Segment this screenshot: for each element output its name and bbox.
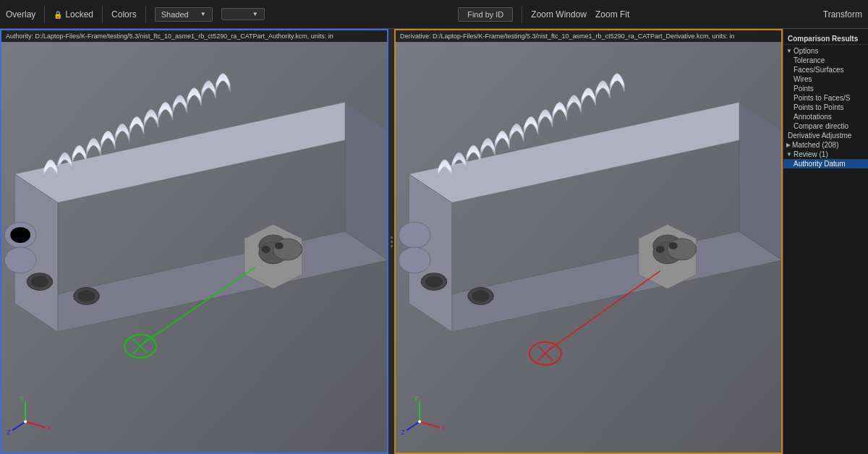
svg-point-43: [669, 242, 678, 249]
lock-icon: [54, 9, 62, 20]
svg-point-14: [275, 242, 284, 249]
tree-label-5: Points to Faces/S: [793, 94, 850, 102]
right-model-svg: X Y Z: [396, 30, 781, 453]
svg-point-44: [399, 222, 430, 248]
secondary-dropdown[interactable]: ▼: [221, 8, 265, 20]
sidebar-tree-item-6[interactable]: Points to Points: [783, 103, 868, 112]
svg-point-42: [656, 246, 665, 253]
sidebar-tree-item-1[interactable]: Tolerance: [783, 56, 868, 65]
divider-dot-1: [391, 236, 393, 239]
colors-button[interactable]: Colors: [111, 9, 137, 20]
svg-text:X: X: [441, 424, 446, 432]
svg-point-17: [4, 247, 36, 273]
divider-1: [44, 6, 45, 23]
sidebar-tree-item-12[interactable]: Authority Datum: [783, 159, 868, 168]
svg-point-41: [668, 239, 697, 260]
tree-label-12: Authority Datum: [793, 160, 846, 168]
find-by-id-button[interactable]: Find by ID: [458, 7, 513, 22]
overlay-button[interactable]: Overlay: [6, 9, 35, 20]
shaded-label: Shaded: [161, 10, 189, 19]
svg-text:X: X: [47, 424, 51, 432]
sidebar-tree-item-5[interactable]: Points to Faces/S: [783, 93, 868, 103]
tree-label-6: Points to Points: [793, 103, 843, 111]
sidebar-tree-item-10[interactable]: ▶Matched (208): [783, 140, 868, 150]
svg-point-35: [425, 276, 443, 288]
right-sidebar: Comparison Results ▼OptionsToleranceFace…: [783, 29, 868, 454]
svg-text:Y: Y: [414, 394, 418, 401]
tree-label-11: Review (1): [793, 150, 828, 158]
tree-arrow-10: ▶: [786, 142, 791, 148]
sidebar-tree-item-8[interactable]: Compare directio: [783, 121, 868, 131]
sidebar-tree-item-4[interactable]: Points: [783, 84, 868, 93]
secondary-dropdown-arrow: ▼: [252, 11, 258, 17]
sidebar-title: Comparison Results: [783, 32, 868, 45]
divider-3: [145, 6, 146, 23]
svg-point-13: [262, 246, 271, 253]
svg-point-37: [472, 291, 490, 302]
tree-label-7: Annotations: [793, 113, 832, 121]
tree-label-8: Compare directio: [793, 122, 848, 130]
tree-label-4: Points: [793, 85, 814, 93]
locked-label: Locked: [65, 9, 93, 20]
sidebar-tree: ▼OptionsToleranceFaces/SurfacesWiresPoin…: [783, 46, 868, 168]
svg-text:Z: Z: [7, 429, 11, 436]
left-viewport-header: Authority: D:/Laptop-Files/K-Frame/testi…: [1, 30, 387, 42]
svg-point-12: [273, 239, 302, 260]
left-viewport[interactable]: Authority: D:/Laptop-Files/K-Frame/testi…: [0, 29, 388, 454]
viewport-container: Authority: D:/Laptop-Files/K-Frame/testi…: [0, 29, 783, 454]
svg-point-56: [418, 420, 421, 423]
zoom-fit-button[interactable]: Zoom Fit: [595, 9, 629, 20]
left-model-svg: X Y Z: [1, 30, 387, 453]
tree-label-0: Options: [793, 47, 818, 55]
overlay-label: Overlay: [6, 9, 35, 20]
tree-label-9: Derivative Adjustme: [788, 132, 851, 140]
svg-point-8: [78, 291, 95, 302]
divider-dot-3: [391, 245, 393, 247]
tree-arrow-11: ▼: [786, 151, 792, 158]
svg-point-6: [31, 276, 48, 288]
sidebar-tree-item-3[interactable]: Wires: [783, 74, 868, 84]
locked-button[interactable]: Locked: [54, 9, 93, 20]
sidebar-tree-item-2[interactable]: Faces/Surfaces: [783, 65, 868, 74]
svg-text:Y: Y: [20, 394, 24, 401]
panel-divider: [388, 29, 394, 454]
tree-label-10: Matched (208): [792, 141, 838, 149]
sidebar-tree-item-11[interactable]: ▼Review (1): [783, 150, 868, 159]
colors-label: Colors: [111, 9, 137, 20]
sidebar-tree-item-7[interactable]: Annotations: [783, 112, 868, 121]
sidebar-tree-item-9[interactable]: Derivative Adjustme: [783, 131, 868, 140]
svg-point-45: [399, 247, 430, 273]
svg-point-28: [24, 420, 27, 423]
zoom-window-button[interactable]: Zoom Window: [531, 9, 587, 20]
right-viewport[interactable]: Derivative: D:/Laptop-Files/K-Frame/test…: [394, 29, 783, 454]
tree-label-3: Wires: [793, 75, 812, 83]
divider-dot-2: [391, 241, 393, 243]
divider-4: [522, 6, 522, 23]
sidebar-tree-item-0[interactable]: ▼Options: [783, 46, 868, 56]
svg-text:Z: Z: [401, 429, 405, 436]
main-toolbar: Overlay Locked Colors Shaded ▼ ▼ Find by…: [0, 0, 868, 29]
tree-arrow-0: ▼: [786, 48, 792, 54]
shaded-dropdown-arrow: ▼: [200, 11, 206, 17]
shaded-dropdown[interactable]: Shaded ▼: [155, 7, 213, 22]
right-viewport-header: Derivative: D:/Laptop-Files/K-Frame/test…: [396, 30, 781, 42]
svg-point-16: [10, 227, 30, 243]
main-area: Authority: D:/Laptop-Files/K-Frame/testi…: [0, 29, 868, 454]
tree-label-2: Faces/Surfaces: [793, 66, 843, 74]
transform-label: Transform: [823, 9, 862, 20]
tree-label-1: Tolerance: [793, 56, 825, 64]
divider-2: [102, 6, 103, 23]
